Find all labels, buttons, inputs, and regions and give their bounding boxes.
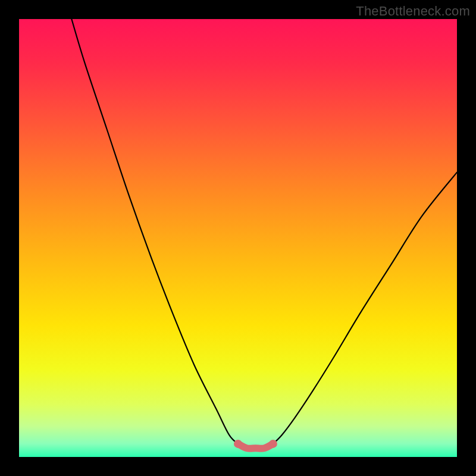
svg-rect-0 — [19, 19, 457, 457]
plot-area — [19, 19, 457, 457]
gradient-background — [19, 19, 457, 457]
chart-frame: TheBottleneck.com — [0, 0, 476, 476]
watermark-text: TheBottleneck.com — [356, 4, 470, 19]
